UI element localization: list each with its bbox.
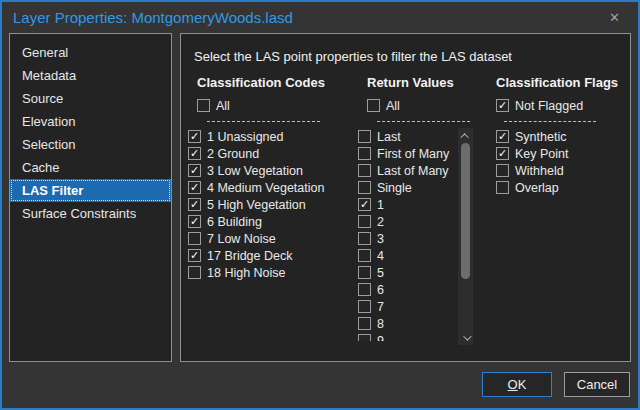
checkbox-label: 18 High Noise [207, 266, 286, 280]
returns-checkbox-row[interactable]: Last of Many [358, 162, 458, 179]
checkbox-icon[interactable] [496, 99, 509, 112]
las-filter-panel: Select the LAS point properties to filte… [180, 33, 631, 362]
scroll-up-button[interactable] [458, 128, 473, 143]
checkbox-icon[interactable] [358, 249, 371, 262]
codes-checkbox-row[interactable]: 4 Medium Vegetation [188, 179, 358, 196]
checkbox-icon[interactable] [358, 215, 371, 228]
checkbox-icon[interactable] [188, 164, 201, 177]
sidebar-item[interactable]: Elevation [10, 110, 171, 133]
checkbox-icon[interactable] [496, 147, 509, 160]
returns-checkbox-row[interactable]: 9 [358, 332, 458, 341]
checkbox-label: Last of Many [377, 164, 449, 178]
checkbox-label: Key Point [515, 147, 569, 161]
checkbox-icon[interactable] [358, 266, 371, 279]
codes-separator [207, 121, 320, 122]
flags-checkbox-row[interactable]: Overlap [496, 179, 620, 196]
checkbox-icon[interactable] [358, 147, 371, 160]
codes-checkbox-row[interactable]: 5 High Vegetation [188, 196, 358, 213]
checkbox-icon[interactable] [197, 99, 210, 112]
close-button[interactable]: ✕ [605, 9, 624, 26]
flags-checkbox-row[interactable]: Synthetic [496, 128, 620, 145]
codes-checkbox-row[interactable]: 6 Building [188, 213, 358, 230]
checkbox-icon[interactable] [358, 300, 371, 313]
codes-all-checkbox-row[interactable]: All [197, 97, 358, 114]
panel-heading: Select the LAS point properties to filte… [194, 49, 620, 64]
flags-separator [504, 121, 596, 122]
dialog-footer: OK Cancel [2, 362, 638, 406]
checkbox-icon[interactable] [188, 232, 201, 245]
returns-checkbox-row[interactable]: Single [358, 179, 458, 196]
flags-list: Synthetic Key Point Withheld [496, 128, 620, 196]
checkbox-icon[interactable] [358, 334, 371, 341]
checkbox-label: 4 [377, 249, 384, 263]
scroll-down-button[interactable] [458, 330, 473, 345]
returns-checkbox-row[interactable]: 5 [358, 264, 458, 281]
returns-checkbox-row[interactable]: Last [358, 128, 458, 145]
checkbox-icon[interactable] [496, 130, 509, 143]
checkbox-icon[interactable] [188, 266, 201, 279]
checkbox-icon[interactable] [496, 181, 509, 194]
returns-checkbox-row[interactable]: 1 [358, 196, 458, 213]
checkbox-label: Single [377, 181, 412, 195]
returns-checkbox-row[interactable]: 8 [358, 315, 458, 332]
returns-checkbox-row[interactable]: 4 [358, 247, 458, 264]
checkbox-icon[interactable] [358, 130, 371, 143]
checkbox-icon[interactable] [367, 99, 380, 112]
codes-checkbox-row[interactable]: 18 High Noise [188, 264, 358, 281]
checkbox-label: 3 Low Vegetation [207, 164, 303, 178]
codes-checkbox-row[interactable]: 17 Bridge Deck [188, 247, 358, 264]
checkbox-icon[interactable] [188, 130, 201, 143]
flags-checkbox-row[interactable]: Withheld [496, 162, 620, 179]
sidebar-item[interactable]: Metadata [10, 64, 171, 87]
cancel-button[interactable]: Cancel [564, 372, 630, 397]
codes-checkbox-row[interactable]: 1 Unassigned [188, 128, 358, 145]
returns-scrollbar[interactable] [458, 128, 473, 345]
sidebar-item[interactable]: Cache [10, 156, 171, 179]
checkbox-icon[interactable] [188, 249, 201, 262]
checkbox-icon[interactable] [358, 317, 371, 330]
checkbox-icon[interactable] [188, 215, 201, 228]
checkbox-label: 4 Medium Vegetation [207, 181, 324, 195]
sidebar-item[interactable]: General [10, 41, 171, 64]
checkbox-icon[interactable] [358, 181, 371, 194]
returns-checkbox-row[interactable]: 6 [358, 281, 458, 298]
checkbox-icon[interactable] [358, 198, 371, 211]
return-values-header: Return Values [367, 75, 496, 90]
checkbox-icon[interactable] [358, 164, 371, 177]
sidebar-item-label: Metadata [22, 68, 76, 83]
return-values-column: Return Values All Last [358, 75, 496, 345]
checkbox-icon[interactable] [188, 147, 201, 160]
ok-button[interactable]: OK [482, 372, 552, 397]
flags-checkbox-row[interactable]: Key Point [496, 145, 620, 162]
sidebar-item[interactable]: LAS Filter [10, 179, 171, 202]
checkbox-icon[interactable] [358, 232, 371, 245]
sidebar-item[interactable]: Selection [10, 133, 171, 156]
returns-list: Last First of Many Last of M [358, 128, 458, 341]
codes-checkbox-row[interactable]: 2 Ground [188, 145, 358, 162]
dialog-body: General Metadata Source Elevation Select… [2, 33, 638, 362]
sidebar-item[interactable]: Surface Constraints [10, 202, 171, 225]
checkbox-label: 2 Ground [207, 147, 259, 161]
returns-checkbox-row[interactable]: 2 [358, 213, 458, 230]
checkbox-label: Overlap [515, 181, 559, 195]
codes-checkbox-row[interactable]: 7 Low Noise [188, 230, 358, 247]
checkbox-icon[interactable] [358, 283, 371, 296]
checkbox-icon[interactable] [188, 181, 201, 194]
sidebar-item[interactable]: Source [10, 87, 171, 110]
returns-checkbox-row[interactable]: 7 [358, 298, 458, 315]
sidebar-item-label: Cache [22, 160, 60, 175]
scrollbar-thumb[interactable] [461, 143, 470, 279]
ok-accel-label: O [508, 377, 518, 392]
checkbox-icon[interactable] [188, 198, 201, 211]
checkbox-label: 2 [377, 215, 384, 229]
checkbox-label: 9 [377, 334, 384, 342]
returns-checkbox-row[interactable]: 3 [358, 230, 458, 247]
classification-flags-column: Classification Flags Not Flagged Synthet… [496, 75, 620, 345]
flags-not-flagged-checkbox-row[interactable]: Not Flagged [496, 97, 620, 114]
codes-checkbox-row[interactable]: 3 Low Vegetation [188, 162, 358, 179]
checkbox-icon[interactable] [496, 164, 509, 177]
returns-all-checkbox-row[interactable]: All [367, 97, 496, 114]
returns-checkbox-row[interactable]: First of Many [358, 145, 458, 162]
returns-separator [377, 121, 470, 122]
checkbox-label: 5 High Vegetation [207, 198, 306, 212]
